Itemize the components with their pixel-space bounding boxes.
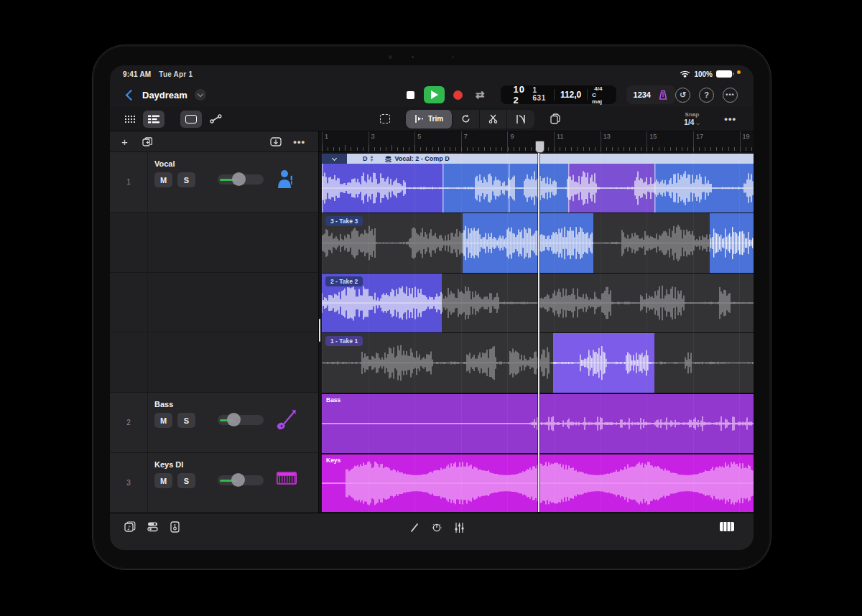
track-header-column: +: [110, 131, 319, 513]
bar-number: 1: [325, 133, 328, 140]
lcd-time-signature: 4/4: [594, 85, 602, 92]
knob-icon: [431, 522, 442, 533]
split-tool-button[interactable]: [480, 110, 507, 129]
keyboard-panel-button[interactable]: [719, 521, 735, 532]
ruler-tick: [339, 147, 340, 151]
take-selected-segment[interactable]: [710, 213, 754, 273]
volume-knob[interactable]: [231, 473, 245, 487]
layers-icon: [385, 156, 391, 162]
take-folder-collapse-button[interactable]: [322, 154, 347, 164]
track-number: 3: [110, 453, 148, 512]
track-header-keys[interactable]: 3 Keys DI M S: [110, 453, 318, 512]
volume-slider[interactable]: [218, 174, 264, 185]
playhead-handle[interactable]: [535, 141, 544, 153]
snap-control[interactable]: Snap 1/4 ⌵: [684, 111, 700, 127]
ruler-tick: [606, 147, 607, 151]
solo-button[interactable]: S: [177, 413, 195, 428]
take-lane-header-2[interactable]: [110, 273, 318, 332]
metronome-icon[interactable]: [658, 90, 668, 101]
mute-button[interactable]: M: [154, 172, 172, 187]
mute-button[interactable]: M: [154, 473, 172, 488]
lcd-display[interactable]: 10 2 1 631 112,0 4/4 C maj: [501, 85, 616, 104]
ruler-tick: [369, 145, 369, 151]
view-cells-button[interactable]: [119, 111, 140, 128]
plugins-button[interactable]: [170, 521, 180, 533]
ruler-tick: [565, 147, 566, 151]
volume-slider[interactable]: [218, 415, 264, 425]
paste-button[interactable]: [544, 111, 566, 128]
track-number: 1: [110, 152, 148, 212]
cycle-button[interactable]: ⇄: [471, 86, 489, 103]
faders-button[interactable]: [454, 522, 465, 533]
solo-button[interactable]: S: [177, 172, 195, 187]
pencil-tool-button[interactable]: [409, 523, 420, 533]
region-label: Bass: [326, 396, 340, 403]
take-lane-header-1[interactable]: [110, 332, 318, 393]
add-track-button[interactable]: +: [121, 136, 128, 148]
take-selected-segment[interactable]: [553, 333, 654, 393]
help-button[interactable]: ?: [699, 88, 714, 103]
ruler-tick: [705, 147, 705, 151]
count-in-button[interactable]: 1234: [634, 90, 651, 99]
ruler-tick: [501, 147, 502, 151]
loop-tool-button[interactable]: [453, 110, 480, 129]
duplicate-track-button[interactable]: [142, 137, 153, 146]
trim-tool-button[interactable]: Trim: [406, 110, 453, 129]
ruler-tick: [403, 147, 404, 151]
mute-button[interactable]: M: [154, 413, 172, 428]
ruler-tick: [624, 147, 624, 151]
comp-stepper[interactable]: D ▲▼: [363, 155, 374, 162]
track-header-vocal[interactable]: 1 Vocal M S: [110, 152, 318, 213]
marquee-tool-button[interactable]: [374, 111, 396, 128]
duplicate-track-icon: [142, 137, 153, 146]
fade-tool-button[interactable]: [507, 110, 534, 129]
play-button[interactable]: [424, 86, 445, 103]
playhead[interactable]: [538, 147, 539, 512]
ruler-tick: [514, 147, 514, 151]
undo-button[interactable]: ↺: [675, 88, 690, 103]
lcd-tempo: 112,0: [560, 90, 581, 100]
solo-button[interactable]: S: [177, 473, 195, 488]
import-button[interactable]: [270, 137, 282, 146]
mixer-button[interactable]: [147, 521, 159, 532]
toolbar-more-button[interactable]: •••: [724, 113, 736, 124]
ruler-tick: [351, 147, 351, 151]
stop-button[interactable]: [402, 86, 420, 103]
ruler-tick: [641, 147, 641, 151]
project-title[interactable]: Daydream: [142, 90, 187, 101]
project-menu-button[interactable]: [195, 89, 206, 101]
view-tracks-button[interactable]: [143, 111, 164, 128]
waveform: [553, 333, 654, 393]
record-button[interactable]: [449, 86, 467, 103]
ruler-tick: [554, 147, 555, 151]
ruler-tick: [710, 147, 711, 151]
clipboard-icon: [550, 113, 560, 124]
ruler-tick: [629, 147, 630, 151]
take-selected-segment[interactable]: [463, 213, 593, 273]
automation-button[interactable]: [205, 111, 226, 128]
ruler-tick: [664, 147, 665, 151]
more-options-button[interactable]: •••: [723, 88, 738, 103]
ruler-tick: [652, 147, 653, 151]
ruler-tick: [571, 147, 572, 151]
take-lane-header-3[interactable]: [110, 213, 318, 273]
region-inspector-button[interactable]: [180, 111, 202, 128]
track-header-bass[interactable]: 2 Bass M S: [110, 393, 318, 453]
browser-button[interactable]: ♪: [124, 521, 136, 532]
smart-controls-button[interactable]: [431, 522, 442, 533]
track-header-more-button[interactable]: •••: [293, 136, 305, 147]
singer-icon: [277, 168, 295, 190]
ellipsis-icon: •••: [726, 91, 734, 98]
volume-slider[interactable]: [218, 475, 264, 485]
ruler-tick: [577, 147, 578, 151]
volume-knob[interactable]: [232, 172, 246, 186]
take-badge: 1 - Take 1: [325, 336, 363, 346]
lcd-position-major: 10 2: [514, 84, 530, 106]
header-resize-handle[interactable]: [319, 319, 320, 342]
back-chevron-icon[interactable]: [126, 89, 137, 101]
loops-browser-icon: ♪: [124, 521, 136, 532]
ruler-tick: [595, 147, 595, 151]
track-header-toolbar: +: [110, 131, 318, 152]
volume-knob[interactable]: [227, 413, 241, 426]
transport-controls: ⇄ 10 2 1 631 112,0 4/4 C maj: [402, 85, 675, 104]
